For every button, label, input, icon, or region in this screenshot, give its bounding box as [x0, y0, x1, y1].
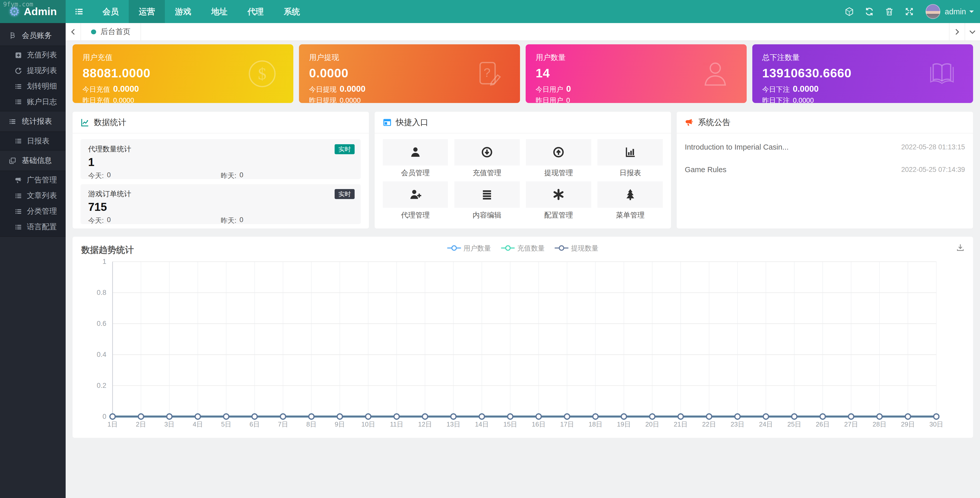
- svg-text:15日: 15日: [503, 420, 517, 428]
- bullhorn-icon: [685, 118, 694, 127]
- refresh-button[interactable]: [859, 0, 879, 23]
- legend-item-提现数量[interactable]: 提现数量: [555, 244, 598, 253]
- list-icon: [14, 137, 22, 145]
- tabs-scroll-left-button[interactable]: [66, 23, 81, 40]
- sidebar-group-items: 广告管理文章列表分类管理语言配置: [0, 171, 66, 237]
- sidebar-item-广告管理[interactable]: 广告管理: [0, 173, 66, 188]
- stat-yesterday-label: 昨日充值: [83, 96, 110, 103]
- sidebar-item-划转明细[interactable]: 划转明细: [0, 79, 66, 94]
- sidebar-item-文章列表[interactable]: 文章列表: [0, 188, 66, 204]
- svg-text:19日: 19日: [617, 420, 631, 428]
- stat-today-value: 0: [566, 84, 571, 94]
- sidebar-item-充值列表[interactable]: 充值列表: [0, 48, 66, 63]
- list-icon: [14, 83, 22, 90]
- mini-card-value: 715: [88, 201, 353, 213]
- nav-item-3[interactable]: 游戏: [165, 0, 201, 23]
- svg-text:22日: 22日: [702, 420, 716, 428]
- copy-icon: [8, 157, 17, 165]
- legend-label: 提现数量: [571, 244, 598, 253]
- nav-item-5[interactable]: 代理: [237, 0, 274, 23]
- hexagon-button[interactable]: [839, 0, 859, 23]
- shortcuts-panel: 快捷入口 会员管理充值管理提现管理日报表代理管理内容编辑配置管理菜单管理: [375, 112, 671, 228]
- notice-title: 系统公告: [698, 117, 730, 128]
- svg-text:26日: 26日: [816, 420, 829, 428]
- sidebar-item-日报表[interactable]: 日报表: [0, 133, 66, 149]
- shortcuts-title: 快捷入口: [396, 117, 428, 128]
- shortcut-icon-box: [383, 181, 448, 208]
- legend-item-充值数量[interactable]: 充值数量: [501, 244, 545, 253]
- expand-button[interactable]: [899, 0, 919, 23]
- shortcut-菜单管理[interactable]: 菜单管理: [597, 181, 663, 219]
- svg-text:14日: 14日: [475, 420, 489, 428]
- person-outline-icon: [700, 59, 730, 89]
- mini-today-label: 今天:: [88, 171, 104, 180]
- svg-text:18日: 18日: [589, 420, 602, 428]
- doc-question-icon: ?: [474, 59, 504, 89]
- shortcut-代理管理[interactable]: 代理管理: [383, 181, 448, 219]
- sidebar-group-3[interactable]: 基础信息: [0, 151, 66, 171]
- download-icon[interactable]: [956, 243, 965, 252]
- sidebar-group-1[interactable]: 会员账务: [0, 25, 66, 46]
- mini-today: 今天:0: [88, 171, 221, 180]
- sidebar-item-语言配置[interactable]: 语言配置: [0, 219, 66, 235]
- nav-item-6[interactable]: 系统: [274, 0, 310, 23]
- stat-today-value: 0.0000: [793, 84, 819, 94]
- notice-item-1[interactable]: Introduction to Imperial Casin...2022-05…: [685, 136, 965, 159]
- avatar[interactable]: [926, 4, 940, 19]
- sidebar-group-items: 日报表: [0, 132, 66, 151]
- baht-icon: [8, 32, 17, 39]
- notice-item-2[interactable]: Game Rules2022-05-25 07:14:39: [685, 159, 965, 181]
- legend-item-用户数量[interactable]: 用户数量: [447, 244, 491, 253]
- svg-text:24日: 24日: [759, 420, 773, 428]
- sidebar-group-2[interactable]: 统计报表: [0, 111, 66, 132]
- ad-icon: [14, 176, 22, 184]
- shortcut-配置管理[interactable]: 配置管理: [526, 181, 591, 219]
- sidebar-item-分类管理[interactable]: 分类管理: [0, 204, 66, 219]
- svg-text:11日: 11日: [390, 420, 403, 428]
- sidebar-item-label: 划转明细: [27, 81, 57, 92]
- data-stats-title: 数据统计: [94, 117, 126, 128]
- tree-icon: [624, 189, 636, 200]
- sidebar-item-账户日志[interactable]: 账户日志: [0, 94, 66, 110]
- trend-chart-panel: 数据趋势统计 用户数量充值数量提现数量 00.20.40.60.811日2日3日…: [73, 237, 973, 438]
- stat-yesterday-label: 昨日用户: [536, 96, 563, 103]
- nav-item-4[interactable]: 地址: [201, 0, 237, 23]
- mini-yesterday: 昨天:0: [221, 171, 353, 180]
- shortcut-充值管理[interactable]: 充值管理: [454, 139, 520, 177]
- tabs-scroll-right-button[interactable]: [949, 23, 965, 40]
- user-menu[interactable]: admin: [945, 7, 974, 16]
- shortcut-内容编辑[interactable]: 内容编辑: [454, 181, 520, 219]
- svg-text:25日: 25日: [787, 420, 801, 428]
- stat-today-label: 今日用户: [536, 85, 563, 94]
- shortcut-label: 日报表: [597, 168, 663, 177]
- trend-line-chart: 00.20.40.60.811日2日3日4日5日6日7日8日9日10日11日12…: [73, 257, 973, 435]
- shortcut-提现管理[interactable]: 提现管理: [526, 139, 591, 177]
- nav-item-1[interactable]: 会员: [92, 0, 129, 23]
- svg-text:9日: 9日: [335, 420, 345, 428]
- sidebar-group-label: 会员账务: [22, 30, 52, 41]
- tab-bar: 后台首页: [66, 23, 980, 41]
- shortcut-日报表[interactable]: 日报表: [597, 139, 663, 177]
- trash-button[interactable]: [879, 0, 899, 23]
- chart-line-icon: [81, 118, 89, 127]
- justify-icon: [481, 189, 493, 200]
- sidebar-item-提现列表[interactable]: 提现列表: [0, 63, 66, 79]
- stat-card-yesterday: 昨日下注0.0000: [762, 96, 963, 103]
- nav-item-2[interactable]: 运营: [129, 0, 165, 23]
- svg-text:29日: 29日: [901, 420, 915, 428]
- stat-mini-card-2: 游戏订单统计实时715今天:0昨天:0: [81, 184, 361, 224]
- shortcut-label: 配置管理: [526, 211, 591, 220]
- stat-today-label: 今日充值: [83, 85, 110, 94]
- notice-item-title: Introduction to Imperial Casin...: [685, 143, 789, 151]
- stat-yesterday-value: 0: [566, 97, 570, 103]
- shortcut-label: 充值管理: [454, 168, 520, 177]
- menu-collapse-button[interactable]: [66, 0, 92, 23]
- tab-home[interactable]: 后台首页: [81, 23, 141, 40]
- shortcut-icon-box: [597, 181, 663, 208]
- tabs-more-button[interactable]: [965, 23, 980, 40]
- stat-card-yesterday: 昨日用户0: [536, 96, 737, 103]
- dollar-circle-icon: $: [247, 59, 277, 89]
- mini-card-row: 今天:0昨天:0: [88, 216, 353, 225]
- stat-card-3: 用户数量14今日用户0昨日用户0: [526, 44, 747, 103]
- shortcut-会员管理[interactable]: 会员管理: [383, 139, 448, 177]
